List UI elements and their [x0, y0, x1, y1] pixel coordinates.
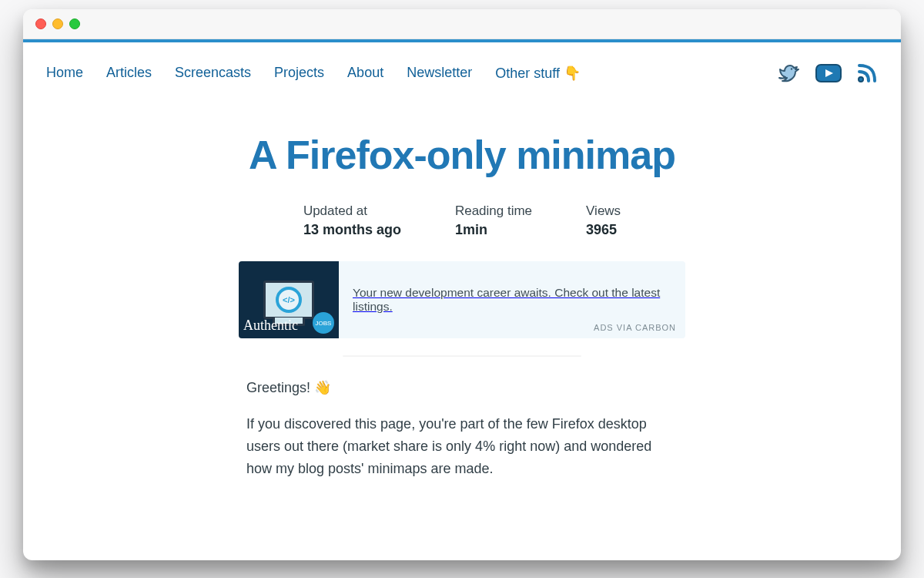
main-nav: Home Articles Screencasts Projects About…	[46, 42, 878, 102]
minimize-window-button[interactable]	[52, 18, 63, 29]
svg-point-0	[791, 68, 792, 69]
article: A Firefox-only minimap Updated at 13 mon…	[169, 133, 755, 479]
window-titlebar	[23, 9, 901, 39]
meta-views-value: 3965	[586, 222, 621, 238]
nav-home[interactable]: Home	[46, 65, 83, 82]
close-window-button[interactable]	[35, 18, 46, 29]
ad-body: Your new development career awaits. Chec…	[339, 261, 685, 338]
article-body: Greetings! 👋 If you discovered this page…	[246, 377, 678, 479]
svg-point-2	[859, 77, 863, 82]
maximize-window-button[interactable]	[69, 18, 80, 29]
meta-updated: Updated at 13 months ago	[303, 203, 401, 238]
ad-attribution: ADS VIA CARBON	[594, 323, 676, 332]
rss-icon[interactable]	[856, 62, 878, 84]
nav-articles[interactable]: Articles	[106, 65, 152, 82]
carbon-ad[interactable]: </> Authentic JOBS Your new development …	[239, 261, 685, 338]
nav-about[interactable]: About	[347, 65, 383, 82]
twitter-icon[interactable]	[776, 62, 801, 84]
article-title: A Firefox-only minimap	[169, 133, 755, 177]
meta-reading-value: 1min	[455, 222, 532, 238]
browser-window: Home Articles Screencasts Projects About…	[23, 9, 901, 560]
meta-updated-value: 13 months ago	[303, 222, 401, 238]
nav-other[interactable]: Other stuff 👇	[495, 65, 581, 82]
meta-reading-label: Reading time	[455, 203, 532, 219]
meta-views: Views 3965	[586, 203, 621, 238]
nav-links: Home Articles Screencasts Projects About…	[46, 65, 581, 82]
paragraph-greeting: Greetings! 👋	[246, 377, 678, 399]
ad-badge: JOBS	[313, 312, 334, 334]
code-magnifier-icon: </>	[276, 287, 302, 313]
nav-screencasts[interactable]: Screencasts	[175, 65, 251, 82]
nav-newsletter[interactable]: Newsletter	[407, 65, 472, 82]
section-divider	[343, 355, 581, 357]
article-meta: Updated at 13 months ago Reading time 1m…	[169, 203, 755, 238]
paragraph-intro: If you discovered this page, you're part…	[246, 413, 678, 479]
meta-updated-label: Updated at	[303, 203, 401, 219]
meta-views-label: Views	[586, 203, 621, 219]
ad-brand-script: Authentic	[243, 318, 298, 334]
monitor-icon: </>	[263, 281, 314, 319]
ad-image: </> Authentic JOBS	[239, 261, 339, 338]
meta-reading-time: Reading time 1min	[455, 203, 532, 238]
ad-text: Your new development career awaits. Chec…	[353, 286, 671, 314]
social-links	[776, 62, 878, 84]
nav-projects[interactable]: Projects	[274, 65, 324, 82]
youtube-icon[interactable]	[815, 63, 842, 83]
